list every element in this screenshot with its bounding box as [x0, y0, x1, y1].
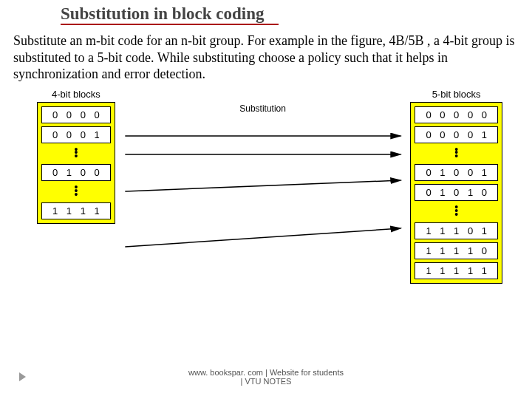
code-cell: 1 1 1 1: [41, 202, 111, 219]
code-cell: 0 1 0 1 0: [415, 184, 498, 201]
svg-line-2: [125, 180, 400, 191]
arrow-label: Substitution: [239, 103, 286, 114]
right-column: 5-bit blocks 0 0 0 0 0 0 0 0 0 1 ••• 0 1…: [410, 89, 502, 284]
slide-title: Substitution in block coding: [61, 4, 279, 25]
code-cell: 1 1 1 1 0: [415, 242, 498, 259]
code-cell: 0 0 0 0 0: [415, 106, 498, 123]
left-block: 0 0 0 0 0 0 0 1 ••• 0 1 0 0 ••• 1 1 1 1: [37, 102, 115, 224]
right-block: 0 0 0 0 0 0 0 0 0 1 ••• 0 1 0 0 1 0 1 0 …: [410, 102, 502, 284]
vdots-icon: •••: [74, 146, 78, 162]
code-cell: 0 1 0 0: [41, 164, 111, 181]
vdots-icon: •••: [454, 204, 458, 219]
svg-line-3: [125, 228, 400, 247]
code-cell: 0 1 0 0 1: [415, 164, 498, 181]
arrows-icon: [115, 114, 411, 276]
footer: www. bookspar. com | Website for student…: [0, 368, 532, 386]
code-cell: 0 0 0 1: [41, 126, 111, 143]
vdots-icon: •••: [454, 146, 458, 162]
left-label: 4-bit blocks: [52, 89, 100, 100]
left-column: 4-bit blocks 0 0 0 0 0 0 0 1 ••• 0 1 0 0…: [37, 89, 115, 284]
middle-column: Substitution: [115, 89, 411, 284]
coding-diagram: 4-bit blocks 0 0 0 0 0 0 0 1 ••• 0 1 0 0…: [13, 89, 519, 284]
vdots-icon: •••: [74, 184, 78, 200]
footer-line-2: | VTU NOTES: [0, 377, 532, 386]
code-cell: 0 0 0 0 1: [415, 126, 498, 143]
code-cell: 1 1 1 1 1: [415, 262, 498, 279]
code-cell: 1 1 1 0 1: [415, 222, 498, 239]
right-label: 5-bit blocks: [432, 89, 481, 100]
footer-line-1: www. bookspar. com | Website for student…: [0, 368, 532, 377]
body-text: Substitute an m-bit code for an n-bit gr…: [13, 33, 519, 83]
code-cell: 0 0 0 0: [41, 106, 111, 123]
